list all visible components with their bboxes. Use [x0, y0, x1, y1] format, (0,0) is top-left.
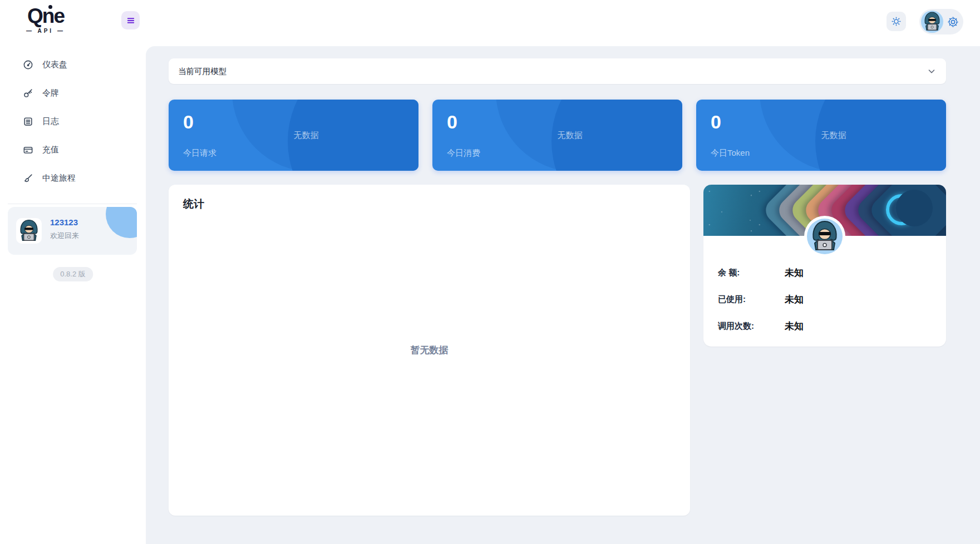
stat-label: 今日消费: [447, 148, 480, 159]
sidebar-nav: 仪表盘 令牌 日志 充值 中途旅程: [0, 53, 146, 195]
sidebar-item-label: 仪表盘: [42, 60, 67, 70]
key-icon: [23, 88, 33, 98]
stat-card-consumption: 0 无数据 今日消费: [432, 100, 682, 171]
theme-toggle-button[interactable]: [887, 12, 906, 31]
sidebar-item-midjourney[interactable]: 中途旅程: [0, 167, 146, 189]
sidebar-item-label: 中途旅程: [42, 173, 76, 184]
statistics-title: 统计: [183, 197, 204, 211]
used-row: 已使用: 未知: [718, 291, 932, 307]
gear-icon[interactable]: [947, 16, 959, 28]
stat-label: 今日Token: [711, 148, 750, 159]
no-data-text: 无数据: [293, 130, 318, 141]
sidebar-item-label: 日志: [42, 116, 59, 127]
empty-data-text: 暂无数据: [411, 344, 449, 357]
profile-avatar: [804, 216, 845, 257]
sidebar-item-dashboard[interactable]: 仪表盘: [0, 53, 146, 76]
statistics-panel: 统计 暂无数据: [169, 185, 690, 516]
row-value: 未知: [785, 293, 804, 306]
available-models-dropdown[interactable]: 当前可用模型: [169, 58, 946, 84]
user-avatar: [16, 218, 42, 244]
stat-card-tokens: 0 无数据 今日Token: [696, 100, 946, 171]
balance-row: 余 额: 未知: [718, 265, 932, 280]
sun-icon: [891, 16, 902, 27]
row-label: 余 额:: [718, 268, 785, 278]
sidebar-item-label: 令牌: [42, 88, 59, 98]
decorative-circle: [106, 207, 137, 238]
hamburger-icon: [126, 16, 136, 26]
no-data-text: 无数据: [557, 130, 582, 141]
logo-text: Qne: [27, 6, 64, 26]
logs-icon: [23, 116, 33, 127]
user-menu[interactable]: [919, 9, 963, 34]
username: 123123: [50, 217, 78, 227]
sidebar-user-card[interactable]: 123123 欢迎回来: [8, 207, 137, 255]
sidebar-item-topup[interactable]: 充值: [0, 139, 146, 161]
header-avatar[interactable]: [921, 11, 943, 33]
bottom-row: 统计 暂无数据 余 额:: [169, 185, 946, 516]
stat-label: 今日请求: [183, 148, 216, 159]
app-logo: Qne — API —: [12, 6, 79, 34]
available-models-label: 当前可用模型: [178, 66, 226, 77]
main-content: 当前可用模型 0 无数据 今日请求 0 无数据 今日消费 0 无数据 今日Tok…: [146, 46, 980, 544]
stat-cards-row: 0 无数据 今日请求 0 无数据 今日消费 0 无数据 今日Token: [169, 100, 946, 171]
gauge-icon: [23, 60, 33, 70]
version-badge: 0.8.2 版: [53, 267, 93, 281]
row-value: 未知: [785, 320, 804, 333]
credit-card-icon: [23, 145, 33, 155]
sidebar-toggle-button[interactable]: [121, 11, 140, 29]
sidebar-item-label: 充值: [42, 145, 59, 155]
row-value: 未知: [785, 266, 804, 279]
sidebar: 仪表盘 令牌 日志 充值 中途旅程: [0, 0, 146, 544]
sidebar-item-logs[interactable]: 日志: [0, 110, 146, 132]
crescent-moon-mask: [896, 190, 933, 226]
no-data-text: 无数据: [821, 130, 846, 141]
call-count-row: 调用次数: 未知: [718, 318, 932, 334]
chevron-down-icon: [927, 66, 937, 76]
top-header: Qne — API —: [0, 0, 980, 46]
row-label: 调用次数:: [718, 321, 785, 332]
row-label: 已使用:: [718, 294, 785, 305]
sidebar-item-tokens[interactable]: 令牌: [0, 82, 146, 104]
greeting-text: 欢迎回来: [50, 231, 79, 241]
stat-card-requests: 0 无数据 今日请求: [169, 100, 418, 171]
logo-subtitle: — API —: [12, 28, 79, 34]
sidebar-divider: [8, 204, 137, 204]
account-summary-card: 余 额: 未知 已使用: 未知 调用次数: 未知: [703, 185, 946, 347]
paintbrush-icon: [23, 173, 33, 184]
